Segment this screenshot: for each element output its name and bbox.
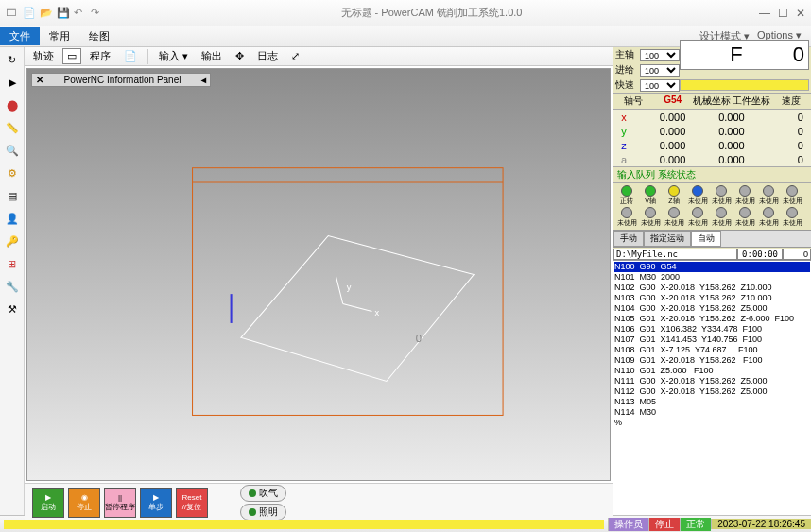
io-led: 未使用 — [733, 185, 756, 206]
status-state: 停止 — [648, 518, 680, 531]
tb-log[interactable]: 日志 — [252, 47, 283, 65]
close-button[interactable]: ✕ — [796, 7, 805, 20]
file-path: D:\MyFile.nc — [613, 249, 737, 260]
tb-box-icon[interactable]: ▭ — [62, 48, 81, 64]
coord-row: x0.0000.0000 — [613, 110, 811, 124]
info-panel: ✕ PowerNC Information Panel ◂ — [31, 73, 211, 87]
io-led: 未使用 — [781, 185, 803, 206]
stop-button[interactable]: ◉停止 — [68, 488, 100, 518]
tab-auto[interactable]: 自动 — [691, 231, 721, 247]
io-led: 未使用 — [757, 185, 780, 206]
tb-expand-icon[interactable]: ⤢ — [286, 48, 304, 64]
tb-program[interactable]: 程序 — [85, 47, 115, 65]
tool-wrench-icon[interactable]: 🔧 — [4, 278, 21, 295]
rapid-select[interactable]: 100 — [640, 79, 680, 92]
tool-play-icon[interactable]: ▶ — [4, 74, 21, 91]
info-panel-close-right[interactable]: ◂ — [201, 75, 206, 85]
coord-header: 轴号 G54 机械坐标 工件坐标 速度 — [613, 94, 811, 110]
io-led: 未使用 — [710, 207, 733, 228]
tool-key-icon[interactable]: 🔑 — [4, 232, 21, 249]
mode-tabs: 手动 指定运动 自动 — [613, 230, 811, 247]
tb-input[interactable]: 输入 ▾ — [154, 47, 193, 65]
axis-x-label: x — [375, 308, 380, 317]
spindle-select[interactable]: 100 — [640, 49, 680, 61]
feed-select[interactable]: 100 — [640, 64, 680, 77]
start-button[interactable]: ▶启动 — [32, 488, 64, 518]
gcode-listing[interactable]: N100 G90 G54N101 M30 2000 N102 G00 X-20.… — [613, 260, 811, 515]
app-icon: 🗔 — [6, 7, 19, 20]
maximize-button[interactable]: ☐ — [778, 7, 788, 20]
tab-mdi[interactable]: 指定运动 — [644, 231, 691, 247]
tool-user-icon[interactable]: 👤 — [4, 210, 21, 227]
window-title: 无标题 - PowerCAM 铣削加工系统1.0.0 — [104, 6, 759, 20]
io-header: 输入队列 系统状态 — [613, 166, 811, 183]
io-led: Z轴 — [663, 185, 685, 206]
titlebar-icons: 🗔 📄 📂 💾 ↶ ↷ — [6, 7, 104, 20]
step-button[interactable]: ▶单步 — [140, 488, 172, 518]
io-led: 未使用 — [710, 185, 733, 206]
svg-marker-2 — [241, 236, 474, 382]
menu-common[interactable]: 常用 — [40, 27, 79, 45]
file-info: D:\MyFile.nc 0:00:00 0 — [613, 247, 811, 260]
io-led: 未使用 — [757, 207, 780, 228]
tb-move-icon[interactable]: ✥ — [231, 48, 249, 64]
tool-mic-icon[interactable]: ⬤ — [4, 96, 21, 113]
light-button[interactable]: 照明 — [240, 504, 286, 521]
tb-output[interactable]: 输出 — [197, 47, 227, 65]
coord-row: y0.0000.0000 — [613, 124, 811, 138]
window-buttons: — ☐ ✕ — [759, 7, 805, 20]
coord-row: z0.0000.0000 — [613, 138, 811, 152]
tool-grid-icon[interactable]: ⊞ — [4, 255, 21, 272]
new-icon[interactable]: 📄 — [23, 7, 36, 20]
tool-refresh-icon[interactable]: ↻ — [4, 51, 21, 68]
tb-doc-icon[interactable]: 📄 — [119, 48, 142, 64]
tool-settings-icon[interactable]: ⚙ — [4, 164, 21, 181]
titlebar: 🗔 📄 📂 💾 ↶ ↷ 无标题 - PowerCAM 铣削加工系统1.0.0 —… — [0, 0, 811, 26]
info-panel-close-left[interactable]: ✕ — [36, 75, 43, 85]
bottom-controls: ▶启动 ◉停止 ||暂停程序 ▶单步 Reset//复位 吹气 照明 — [25, 483, 613, 521]
io-led: 未使用 — [733, 207, 756, 228]
top-toolbar: 轨迹 ▭ 程序 📄 输入 ▾ 输出 ✥ 日志 ⤢ — [25, 47, 613, 66]
line-number: 0 — [783, 249, 811, 260]
tb-track[interactable]: 轨迹 — [28, 47, 59, 65]
status-progress — [4, 520, 604, 529]
coord-row: a0.0000.0000 — [613, 152, 811, 166]
menu-file[interactable]: 文件 — [0, 27, 40, 45]
axis-y-label: y — [347, 283, 352, 292]
undo-icon[interactable]: ↶ — [74, 7, 87, 20]
run-time: 0:00:00 — [737, 249, 783, 260]
svg-line-3 — [343, 303, 372, 311]
feed-label: 进给 — [615, 63, 640, 77]
tool-layers-icon[interactable]: ▤ — [4, 187, 21, 204]
axis-origin-label: 0 — [416, 333, 422, 344]
left-toolbar: ↻ ▶ ⬤ 📏 🔍 ⚙ ▤ 👤 🔑 ⊞ 🔧 ⚒ — [0, 47, 25, 515]
rapid-label: 快速 — [615, 78, 640, 92]
air-button[interactable]: 吹气 — [240, 485, 286, 502]
open-icon[interactable]: 📂 — [40, 7, 53, 20]
spindle-label: 主轴 — [615, 48, 640, 61]
menu-draw[interactable]: 绘图 — [79, 27, 119, 45]
led-grid: 正转V轴Z轴未使用未使用未使用未使用未使用未使用未使用未使用未使用未使用未使用未… — [613, 183, 811, 230]
tool-measure-icon[interactable]: 📏 — [4, 119, 21, 136]
info-panel-title: PowerNC Information Panel — [47, 75, 198, 85]
status-health: 正常 — [680, 518, 711, 531]
io-led: 正转 — [615, 185, 638, 206]
viewport-canvas: x y 0 — [27, 69, 610, 480]
save-icon[interactable]: 💾 — [57, 7, 70, 20]
status-time: 2023-07-22 18:26:45 — [711, 519, 811, 529]
minimize-button[interactable]: — — [759, 7, 770, 20]
io-led: 未使用 — [663, 207, 685, 228]
io-led: 未使用 — [686, 207, 709, 228]
svg-line-4 — [336, 277, 342, 304]
io-led: 未使用 — [615, 207, 638, 228]
io-led: 未使用 — [781, 207, 803, 228]
tab-manual[interactable]: 手动 — [613, 231, 644, 247]
reset-button[interactable]: Reset//复位 — [176, 488, 208, 518]
right-panel: 主轴 100 F 0 进给 100 快速 100 轴号 G54 机械坐标 工件坐… — [613, 47, 811, 515]
tool-config-icon[interactable]: ⚒ — [4, 300, 21, 317]
pause-button[interactable]: ||暂停程序 — [104, 488, 136, 518]
io-led: 未使用 — [686, 185, 709, 206]
tool-zoom-icon[interactable]: 🔍 — [4, 142, 21, 159]
viewport[interactable]: ✕ PowerNC Information Panel ◂ x y 0 — [26, 68, 611, 481]
redo-icon[interactable]: ↷ — [91, 7, 104, 20]
